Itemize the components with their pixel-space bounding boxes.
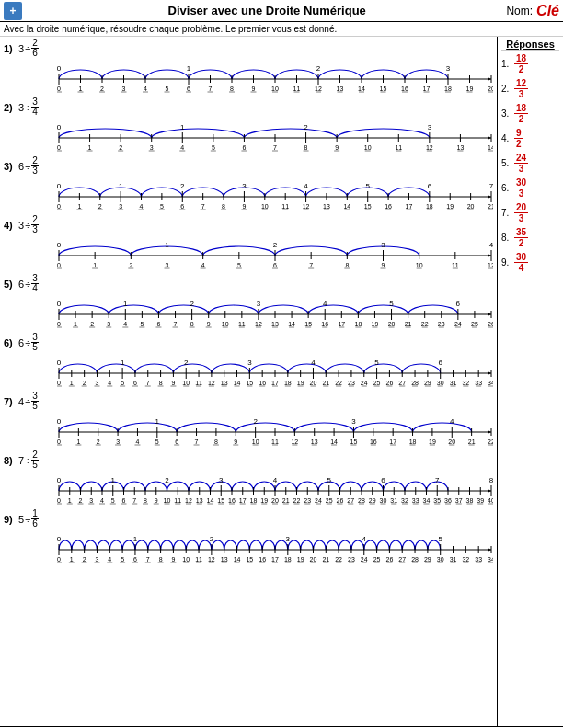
svg-text:3: 3 xyxy=(57,210,61,211)
problem-expression: 5 ÷ 1 6 xyxy=(18,509,59,529)
problem-row: 8) 7 ÷ 2 5 xyxy=(4,450,493,470)
answer-denominator: 3 xyxy=(517,188,526,199)
svg-text:17: 17 xyxy=(423,85,431,92)
problem-expression: 6 ÷ 3 4 xyxy=(18,274,59,293)
svg-text:4: 4 xyxy=(489,152,493,153)
svg-text:5: 5 xyxy=(140,321,144,327)
svg-text:7: 7 xyxy=(195,438,199,445)
svg-text:5: 5 xyxy=(121,387,124,388)
problem-label: 6) xyxy=(4,337,18,348)
svg-text:21: 21 xyxy=(282,497,290,504)
svg-text:5: 5 xyxy=(155,438,159,445)
svg-text:34: 34 xyxy=(488,380,493,386)
svg-text:5: 5 xyxy=(171,387,175,388)
svg-text:20: 20 xyxy=(467,203,475,210)
svg-text:5: 5 xyxy=(237,262,241,268)
answers-list: 1. 18 2 2. 12 3 3. 18 2 4. 9 2 5. 24 3 6… xyxy=(501,53,559,273)
svg-text:5: 5 xyxy=(316,505,320,506)
svg-text:4: 4 xyxy=(257,328,260,329)
svg-text:5: 5 xyxy=(389,300,394,308)
svg-text:6: 6 xyxy=(425,93,429,94)
numline-container: 0041424341445464742849410411431241341441… xyxy=(57,294,493,329)
svg-text:5: 5 xyxy=(97,446,100,447)
svg-text:3: 3 xyxy=(242,210,246,211)
svg-text:2: 2 xyxy=(79,497,83,504)
svg-text:6: 6 xyxy=(375,563,379,564)
answer-item: 7. 20 3 xyxy=(501,202,559,223)
answer-fraction: 18 2 xyxy=(514,53,528,74)
svg-text:3: 3 xyxy=(96,556,99,563)
svg-text:12: 12 xyxy=(185,497,192,504)
svg-text:5: 5 xyxy=(477,387,480,388)
answer-numerator: 18 xyxy=(514,103,528,114)
svg-text:6: 6 xyxy=(477,563,480,564)
svg-text:25: 25 xyxy=(471,321,478,327)
numline-container: 0031323133435326373833931031134123 xyxy=(57,235,493,270)
svg-text:8: 8 xyxy=(159,556,163,563)
svg-text:26: 26 xyxy=(488,321,493,327)
svg-text:2: 2 xyxy=(316,64,321,73)
expr-fraction: 3 4 xyxy=(31,274,39,293)
svg-text:14: 14 xyxy=(330,438,338,445)
svg-text:6: 6 xyxy=(350,563,353,564)
problem-row: 2) 3 ÷ 3 4 xyxy=(4,97,493,117)
svg-text:4: 4 xyxy=(207,328,211,329)
svg-text:5: 5 xyxy=(133,387,137,388)
svg-text:5: 5 xyxy=(230,505,234,506)
svg-text:24: 24 xyxy=(454,321,462,327)
problem-block: 3) 6 ÷ 2 3 00313231334353263738339310311… xyxy=(4,156,493,211)
svg-text:6: 6 xyxy=(159,563,163,564)
problem-block: 5) 6 ÷ 3 4 00414243414454647428494104114… xyxy=(4,274,493,329)
answer-item: 6. 30 3 xyxy=(501,177,559,199)
svg-text:4: 4 xyxy=(428,152,431,153)
expr-denominator: 3 xyxy=(31,166,39,176)
svg-text:5: 5 xyxy=(293,446,296,447)
svg-text:9: 9 xyxy=(171,556,175,563)
svg-text:14: 14 xyxy=(343,203,350,210)
svg-text:3: 3 xyxy=(119,210,122,211)
svg-text:4: 4 xyxy=(100,497,104,504)
svg-text:5: 5 xyxy=(209,505,213,506)
svg-text:6: 6 xyxy=(489,563,493,564)
svg-text:13: 13 xyxy=(196,497,203,504)
svg-text:1: 1 xyxy=(119,182,123,190)
svg-text:28: 28 xyxy=(358,497,365,504)
svg-text:15: 15 xyxy=(246,380,253,386)
answer-fraction: 30 3 xyxy=(514,177,528,199)
svg-text:10: 10 xyxy=(222,321,229,327)
svg-text:6: 6 xyxy=(121,563,124,564)
svg-text:22: 22 xyxy=(335,380,342,386)
answer-denominator: 4 xyxy=(517,263,526,273)
svg-text:20: 20 xyxy=(310,380,317,386)
svg-text:19: 19 xyxy=(429,438,436,445)
svg-text:11: 11 xyxy=(452,262,459,268)
svg-text:31: 31 xyxy=(450,380,457,386)
svg-text:20: 20 xyxy=(271,497,279,504)
svg-text:4: 4 xyxy=(440,328,443,329)
svg-text:28: 28 xyxy=(411,380,419,386)
svg-text:18: 18 xyxy=(426,203,433,210)
problem-label: 5) xyxy=(4,279,18,290)
svg-text:15: 15 xyxy=(380,85,387,92)
svg-text:29: 29 xyxy=(424,556,431,563)
svg-text:4: 4 xyxy=(57,152,61,153)
svg-text:3: 3 xyxy=(116,438,120,445)
svg-text:3: 3 xyxy=(160,210,164,211)
answer-item: 9. 30 4 xyxy=(501,252,559,273)
svg-text:17: 17 xyxy=(271,380,279,386)
svg-text:17: 17 xyxy=(239,497,247,504)
logo: + xyxy=(4,2,22,20)
svg-text:14: 14 xyxy=(234,380,241,386)
svg-text:5: 5 xyxy=(146,387,150,388)
svg-text:7: 7 xyxy=(435,476,440,484)
answer-numerator: 18 xyxy=(514,53,528,64)
page-title: Diviser avec une Droite Numérique xyxy=(28,4,506,17)
svg-text:4: 4 xyxy=(108,380,111,386)
expr-whole: 5 xyxy=(18,514,24,525)
svg-text:13: 13 xyxy=(271,321,279,327)
svg-text:4: 4 xyxy=(456,328,460,329)
problem-block: 1) 3 ÷ 2 6 00616263646561667686961061162… xyxy=(4,39,493,94)
svg-text:0: 0 xyxy=(57,476,62,484)
cle-label: Clé xyxy=(536,3,559,19)
svg-text:4: 4 xyxy=(190,328,194,329)
